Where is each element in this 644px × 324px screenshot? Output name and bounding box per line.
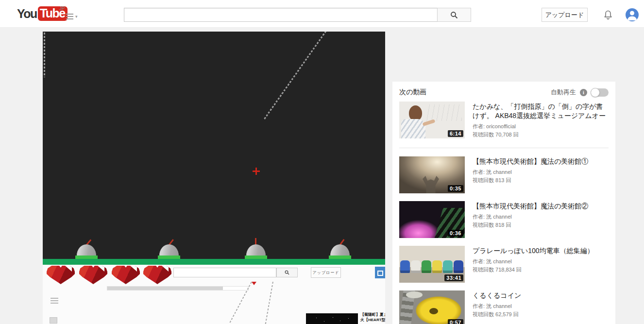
video-meta: たかみな、「打倒指原」の「倒」の字が書けず。 AKB48選抜総選挙ミュージアムオ… (473, 102, 609, 138)
video-views: 視聴回数 70,708 回 (473, 131, 609, 138)
upload-button[interactable]: アップロード (542, 8, 588, 22)
video-title[interactable]: 【熊本市現代美術館】魔法の美術館① (473, 157, 609, 166)
video-meta: 【熊本市現代美術館】魔法の美術館② 作者: 洸 channel 視聴回数 818… (473, 201, 609, 238)
person-icon (626, 8, 639, 21)
mini-progress-bar (107, 286, 249, 290)
video-thumbnail[interactable]: 6:14 (399, 102, 465, 138)
pixel-heart-3 (112, 266, 140, 284)
hamburger-icon (66, 14, 73, 19)
pixel-heart-4 (143, 266, 171, 284)
search-icon (450, 11, 458, 19)
mini-youtube-page: アップロード 【菊陽町】夏まつり 火【HEART型】 (43, 265, 385, 324)
crosshair-icon (253, 168, 260, 175)
mini-search-button (276, 268, 298, 277)
game-ground (43, 259, 385, 265)
missile-trail-vertical (44, 33, 45, 77)
video-views: 視聴回数 818 回 (473, 222, 609, 229)
search-input[interactable] (124, 8, 437, 22)
video-thumbnail[interactable]: 0:36 (399, 201, 465, 238)
video-thumbnail[interactable]: 0:35 (399, 156, 465, 193)
video-title[interactable]: たかみな、「打倒指原」の「倒」の字が書けず。 AKB48選抜総選挙ミュージアムオ… (473, 102, 609, 120)
sidebar-header: 次の動画 自動再生 i (392, 82, 615, 102)
video-author: 作者: 洸 channel (473, 258, 609, 265)
suggested-video-list: 6:14 たかみな、「打倒指原」の「倒」の字が書けず。 AKB48選抜総選挙ミュ… (392, 102, 615, 324)
video-views: 視聴回数 813 回 (473, 177, 609, 184)
missile-trail-diagonal (264, 32, 327, 120)
mini-signin-button (375, 267, 385, 278)
mini-video-title: 【菊陽町】夏まつり 火【HEART型】 (360, 312, 385, 323)
video-meta: くるくるコイン 作者: 洸 channel 視聴回数 62,579 回 (473, 290, 609, 324)
video-thumbnail[interactable]: 33:41 (399, 246, 465, 283)
notifications-button[interactable] (602, 9, 614, 21)
youtube-watch-page: You Tube JP ▾ アップロード (0, 0, 644, 324)
thumbnail-art (425, 104, 462, 121)
suggested-video-3[interactable]: 0:36 【熊本市現代美術館】魔法の美術館② 作者: 洸 channel 視聴回… (399, 201, 609, 238)
account-avatar[interactable] (626, 8, 639, 21)
search-icon (285, 270, 289, 275)
video-author: 作者: 洸 channel (473, 213, 609, 221)
pixel-heart-1 (47, 266, 75, 284)
thumbnail-art (401, 119, 425, 138)
region-label: JP (59, 6, 65, 11)
mini-search-input (173, 268, 276, 277)
mini-missile-trail-2 (265, 282, 273, 324)
video-title[interactable]: くるくるコイン (473, 291, 609, 300)
video-author: 作者: 洸 channel (473, 169, 609, 176)
video-author: 作者: oriconofficial (473, 123, 609, 130)
autoplay-toggle[interactable] (591, 88, 609, 97)
autoplay-label: 自動再生 (551, 88, 576, 97)
search-button[interactable] (437, 8, 471, 22)
top-header: You Tube JP ▾ アップロード (0, 0, 644, 28)
video-title[interactable]: 【熊本市現代美術館】魔法の美術館② (473, 202, 609, 211)
thumbnail-art (423, 176, 439, 193)
thumbnail-art (429, 308, 438, 314)
video-views: 視聴回数 62,579 回 (473, 311, 609, 318)
duration-badge: 0:36 (448, 230, 463, 237)
suggestions-sidebar: 次の動画 自動再生 i 6:14 たかみな、「打倒指原」の「倒」の字が書けず。 … (392, 82, 615, 324)
mini-hamburger-icon (51, 298, 58, 304)
autoplay-control: 自動再生 i (551, 88, 609, 97)
video-title[interactable]: プラレールっぽい100均電車（総集編） (473, 246, 609, 256)
video-thumbnail[interactable]: 0:57 (399, 290, 465, 324)
video-meta: プラレールっぽい100均電車（総集編） 作者: 洸 channel 視聴回数 7… (473, 246, 609, 283)
video-views: 視聴回数 718,834 回 (473, 266, 609, 273)
game-scene (43, 32, 385, 259)
suggested-video-1[interactable]: 6:14 たかみな、「打倒指原」の「倒」の字が書けず。 AKB48選抜総選挙ミュ… (399, 102, 609, 148)
suggested-video-4[interactable]: 33:41 プラレールっぽい100均電車（総集編） 作者: 洸 channel … (399, 246, 609, 283)
logo-you-text: You (17, 7, 37, 21)
toggle-knob (591, 88, 600, 97)
mini-grid-icon (50, 317, 57, 324)
thumbnail-art (400, 260, 463, 273)
mini-red-marker (252, 282, 256, 285)
mini-video-thumbnail (306, 313, 358, 324)
guide-menu-button[interactable]: ▾ (66, 13, 81, 20)
suggested-video-2[interactable]: 0:35 【熊本市現代美術館】魔法の美術館① 作者: 洸 channel 視聴回… (399, 156, 609, 193)
pixel-heart-2 (79, 266, 107, 284)
mini-upload-button: アップロード (311, 267, 341, 278)
duration-badge: 0:57 (448, 319, 463, 324)
video-meta: 【熊本市現代美術館】魔法の美術館① 作者: 洸 channel 視聴回数 813… (473, 156, 609, 193)
search-form (124, 8, 471, 22)
video-author: 作者: 洸 channel (473, 303, 609, 310)
thumbnail-art (406, 291, 423, 298)
video-player[interactable]: アップロード 【菊陽町】夏まつり 火【HEART型】 (43, 32, 385, 324)
info-icon[interactable]: i (580, 89, 587, 96)
bell-icon (602, 9, 614, 21)
suggested-video-5[interactable]: 0:57 くるくるコイン 作者: 洸 channel 視聴回数 62,579 回 (399, 290, 609, 324)
up-next-label: 次の動画 (399, 88, 426, 97)
duration-badge: 33:41 (444, 274, 463, 281)
chevron-down-icon: ▾ (75, 14, 78, 19)
duration-badge: 6:14 (448, 130, 463, 137)
duration-badge: 0:35 (448, 185, 463, 192)
